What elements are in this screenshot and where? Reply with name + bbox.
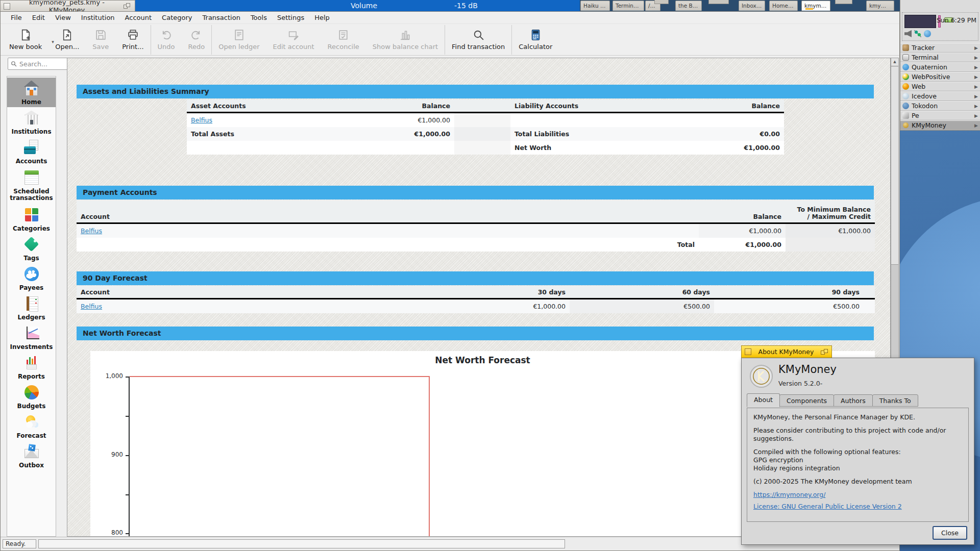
toolbar-button[interactable]: Open ledger xyxy=(212,25,266,55)
menu-item[interactable]: Transaction xyxy=(198,12,246,23)
menu-item[interactable]: File xyxy=(6,12,27,23)
deskbar-app-item[interactable]: Quaternion ▶ xyxy=(900,62,980,72)
deskbar-app-item[interactable]: Tracker ▶ xyxy=(900,43,980,53)
menu-item[interactable]: View xyxy=(50,12,76,23)
asset-balance-cell xyxy=(347,141,454,155)
menu-item[interactable]: Edit xyxy=(27,12,50,23)
menu-item[interactable]: Account xyxy=(120,12,157,23)
media-player-tray-widget[interactable] xyxy=(904,15,936,28)
find-transaction-icon xyxy=(472,29,485,41)
toolbar-button[interactable]: Edit account xyxy=(266,25,321,55)
background-window-edge xyxy=(654,0,669,4)
menu-item[interactable]: Help xyxy=(309,12,335,23)
network-icon[interactable] xyxy=(914,30,921,37)
window-tab[interactable]: Haiku - Mai... xyxy=(580,1,610,11)
scroll-up-icon[interactable]: ▲ xyxy=(891,58,898,66)
dialog-text-line: KMyMoney, the Personal Finance Manager b… xyxy=(753,413,962,421)
account-cell[interactable]: Belfius xyxy=(77,224,699,238)
column-header: Balance xyxy=(347,99,454,112)
menu-item[interactable]: Category xyxy=(157,12,197,23)
speaker-icon[interactable] xyxy=(904,30,912,37)
window-tab[interactable]: Terminal: h... xyxy=(612,1,644,11)
deskbar-app-item[interactable]: Terminal ▶ xyxy=(900,53,980,62)
reconcile-icon xyxy=(337,29,350,41)
close-button[interactable]: Close xyxy=(933,526,967,540)
sidebar-item[interactable]: Forecast xyxy=(7,411,56,441)
search-input[interactable]: Search... xyxy=(8,58,69,70)
toolbar-button[interactable]: Calculator xyxy=(512,25,559,55)
menu-item[interactable]: Tools xyxy=(246,12,272,23)
toolbar-button-label: New book xyxy=(9,43,42,51)
clock[interactable]: Sun 6:29 PM xyxy=(937,16,976,24)
sidebar-item-label: Budgets xyxy=(17,403,46,410)
table-header-row: Account 30 days 60 days 90 days xyxy=(77,286,875,298)
deskbar-menu[interactable] xyxy=(900,0,980,11)
toolbar-button[interactable]: Undo xyxy=(151,25,182,55)
deskbar-app-label: Pe xyxy=(912,112,972,119)
window-tab[interactable]: the BEST P... xyxy=(675,1,702,11)
deskbar-app-item[interactable]: Icedove ▶ xyxy=(900,91,980,101)
toolbar-button[interactable]: New book xyxy=(3,25,48,55)
scrollbar-thumb[interactable] xyxy=(891,67,898,265)
sidebar-item[interactable]: Accounts xyxy=(7,137,56,166)
toolbar-button[interactable]: Redo xyxy=(182,25,212,55)
globe-icon[interactable] xyxy=(924,30,931,37)
dialog-tab[interactable]: Thanks To xyxy=(872,394,918,407)
close-icon[interactable] xyxy=(4,3,10,10)
menu-item[interactable]: Institution xyxy=(76,12,120,23)
sidebar-item[interactable]: Categories xyxy=(7,204,56,234)
zoom-icon[interactable] xyxy=(124,3,131,9)
document-new-icon xyxy=(19,29,32,41)
toolbar-button-label: Open ledger xyxy=(218,43,259,51)
sidebar-item[interactable]: Investments xyxy=(7,322,56,352)
volume-osd-label: Volume xyxy=(351,2,377,10)
sidebar-item-label: Accounts xyxy=(16,158,47,165)
forecast-icon xyxy=(23,413,40,431)
dialog-tab[interactable]: Components xyxy=(779,394,834,407)
dialog-tab[interactable]: About xyxy=(747,393,780,407)
window-tab[interactable]: kmymoney_... xyxy=(801,1,830,11)
sidebar-item[interactable]: Scheduled transactions xyxy=(7,166,56,204)
kmymoney-window-tab[interactable]: kmymoney_pets.kmy - KMyMoney xyxy=(0,0,135,12)
dialog-title-tab[interactable]: About KMyMoney xyxy=(741,345,832,358)
toolbar-button[interactable]: Save xyxy=(86,25,115,55)
asset-balance-cell: €1,000.00 xyxy=(347,127,454,141)
sidebar-item[interactable]: Home xyxy=(7,78,56,107)
accounts-icon xyxy=(23,139,40,156)
window-tab[interactable]: Home - Tok... xyxy=(769,1,798,11)
toolbar-button[interactable]: Open... xyxy=(48,25,86,55)
deskbar-app-item[interactable]: Pe ▶ xyxy=(900,111,980,120)
sidebar-item[interactable]: Payees xyxy=(7,263,56,293)
zoom-icon[interactable] xyxy=(821,349,828,355)
sidebar-item[interactable]: Institutions xyxy=(7,107,56,137)
toolbar-button-label: Open... xyxy=(55,43,79,51)
sidebar-item[interactable]: Budgets xyxy=(7,382,56,411)
deskbar-app-item[interactable]: KMyMoney ▶ xyxy=(900,120,980,130)
toolbar-button[interactable]: Print... xyxy=(115,25,151,55)
table-row: Total Assets €1,000.00 Total Liabilities… xyxy=(187,127,784,141)
toolbar-button[interactable]: Show balance chart xyxy=(366,25,445,55)
deskbar-app-item[interactable]: Web ▶ xyxy=(900,82,980,91)
close-icon[interactable] xyxy=(745,348,751,355)
deskbar-app-item[interactable]: Tokodon ▶ xyxy=(900,101,980,111)
asset-account-cell[interactable]: Total Assets xyxy=(187,127,347,141)
toolbar-button[interactable]: Reconcile xyxy=(321,25,366,55)
account-cell[interactable]: Belfius xyxy=(77,299,425,313)
desktop: Haiku - Mai...Terminal: h.../...the BEST… xyxy=(0,0,980,551)
sidebar-item[interactable]: Outbox xyxy=(7,441,56,470)
sidebar-item[interactable]: Reports xyxy=(7,352,56,382)
deskbar-app-item[interactable]: WebPositive ▶ xyxy=(900,72,980,82)
menu-item[interactable]: Settings xyxy=(272,12,309,23)
sidebar-item[interactable]: Tags xyxy=(7,234,56,263)
volume-osd-value: -15 dB xyxy=(454,2,478,10)
y-tick-label: 900 xyxy=(90,451,123,458)
window-tab[interactable]: kmymoney, ... xyxy=(866,1,894,11)
asset-account-cell[interactable]: Belfius xyxy=(187,113,347,127)
window-tab[interactable]: Inbox - be... xyxy=(739,1,765,11)
asset-account-cell[interactable] xyxy=(187,141,347,155)
dialog-tab[interactable]: Authors xyxy=(834,394,873,407)
sidebar-item-label: Reports xyxy=(18,373,45,380)
sidebar-item[interactable]: Ledgers xyxy=(7,293,56,322)
toolbar-button[interactable]: Find transaction xyxy=(445,25,512,55)
dialog-tabs: AboutComponentsAuthorsThanks To xyxy=(747,393,918,407)
